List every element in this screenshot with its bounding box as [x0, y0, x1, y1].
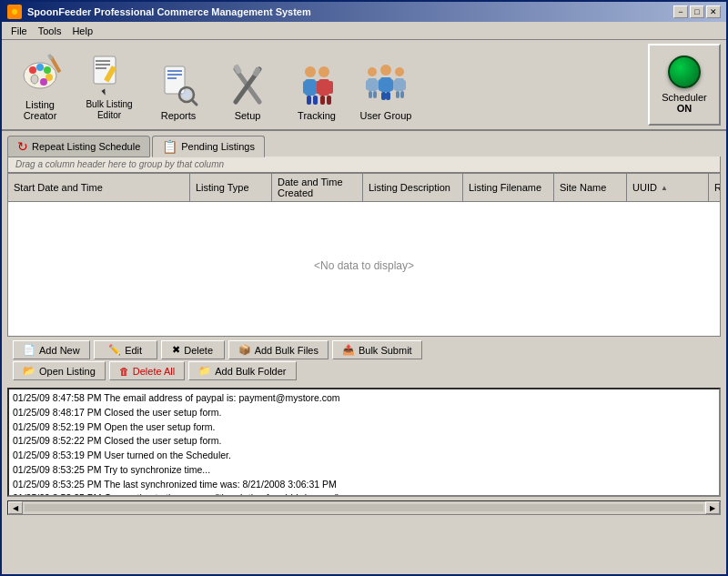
bulk-submit-icon: 📤: [342, 344, 355, 356]
tracking-label: Tracking: [298, 110, 336, 121]
setup-icon: [224, 61, 271, 108]
col-listing-file[interactable]: Listing Filename: [463, 174, 554, 201]
col-listing-desc[interactable]: Listing Description: [363, 174, 463, 201]
uuid-sort-icon: ▲: [661, 184, 668, 192]
svg-rect-18: [167, 70, 182, 72]
delete-all-button[interactable]: 🗑 Delete All: [109, 361, 185, 380]
minimize-button[interactable]: −: [673, 5, 688, 18]
tab-pending-listings[interactable]: 📋 Pending Listings: [152, 136, 265, 157]
col-uuid[interactable]: UUID ▲: [627, 174, 709, 201]
svg-rect-48: [379, 79, 383, 91]
listing-creator-button[interactable]: Listing Creator: [7, 44, 73, 126]
svg-rect-45: [373, 91, 377, 98]
add-bulk-files-button[interactable]: 📦 Add Bulk Files: [228, 340, 329, 359]
scrollbar-track[interactable]: [25, 504, 703, 511]
svg-point-4: [36, 64, 44, 71]
svg-point-34: [318, 66, 329, 77]
pending-listings-icon: 📋: [162, 139, 177, 154]
svg-rect-32: [307, 96, 311, 105]
log-line: 01/25/09 8:53:25 PM Try to synchronize t…: [13, 463, 715, 478]
user-group-button[interactable]: User Group: [353, 44, 419, 126]
log-area[interactable]: 01/25/09 8:47:58 PM The email address of…: [7, 388, 721, 497]
setup-button[interactable]: Setup: [215, 44, 280, 126]
add-bulk-folder-icon: 📁: [198, 365, 211, 377]
svg-rect-55: [402, 80, 406, 90]
svg-rect-13: [96, 64, 110, 66]
add-new-button[interactable]: 📄 Add New: [13, 340, 90, 359]
log-line: 01/25/09 8:52:22 PM Closed the user setu…: [13, 434, 715, 449]
log-line: 01/25/09 8:53:25 PM The last synchronize…: [13, 478, 715, 492]
open-listing-button[interactable]: 📂 Open Listing: [13, 361, 106, 380]
svg-rect-33: [313, 96, 318, 105]
col-site-name[interactable]: Site Name: [554, 174, 627, 201]
data-grid: Start Date and Time Listing Type Date an…: [7, 173, 721, 337]
no-data-message: <No data to display>: [8, 202, 720, 329]
col-listing-type[interactable]: Listing Type: [190, 174, 272, 201]
bulk-submit-button[interactable]: 📤 Bulk Submit: [332, 340, 422, 359]
window-title: SpoonFeeder Professional Commerce Manage…: [27, 6, 311, 17]
col-date-created[interactable]: Date and Time Created: [272, 174, 363, 201]
tab-pending-listings-label: Pending Listings: [181, 141, 255, 152]
col-retry-count[interactable]: Retry Count: [709, 174, 721, 201]
svg-rect-44: [369, 91, 372, 98]
menu-file[interactable]: File: [5, 25, 33, 37]
title-bar-left: SpoonFeeder Professional Commerce Manage…: [7, 5, 311, 19]
svg-point-3: [29, 66, 36, 74]
scheduler-indicator: [668, 56, 701, 88]
menu-help[interactable]: Help: [66, 25, 98, 37]
listing-creator-label: Listing Creator: [12, 99, 68, 121]
edit-button[interactable]: ✏️ Edit: [94, 340, 157, 359]
delete-button[interactable]: ✖ Delete: [161, 340, 225, 359]
open-listing-icon: 📂: [23, 365, 35, 377]
log-line: 01/25/09 8:48:17 PM Closed the user setu…: [13, 406, 715, 420]
edit-icon: ✏️: [108, 344, 121, 356]
svg-rect-51: [386, 92, 390, 100]
log-line: 01/25/09 8:52:19 PM Open the user setup …: [13, 420, 715, 435]
scroll-left-arrow[interactable]: ◀: [8, 501, 23, 514]
svg-rect-49: [389, 79, 393, 91]
log-line: 01/25/09 8:53:19 PM User turned on the S…: [13, 449, 715, 463]
horizontal-scrollbar[interactable]: ◀ ▶: [7, 500, 721, 515]
svg-line-22: [192, 100, 197, 105]
svg-point-7: [40, 78, 47, 86]
setup-label: Setup: [235, 110, 261, 121]
delete-icon: ✖: [172, 344, 180, 356]
svg-marker-16: [100, 88, 107, 96]
add-bulk-files-icon: 📦: [238, 344, 251, 356]
scheduler-label: Scheduler ON: [662, 92, 707, 114]
svg-rect-54: [393, 80, 397, 90]
scheduler-button[interactable]: Scheduler ON: [648, 44, 721, 126]
reports-icon: [155, 61, 202, 108]
svg-point-5: [44, 66, 51, 74]
svg-rect-14: [96, 67, 106, 69]
title-bar-buttons: − □ ✕: [673, 5, 721, 18]
tracking-button[interactable]: Tracking: [284, 44, 349, 126]
group-hint: Drag a column header here to group by th…: [7, 157, 721, 173]
title-bar: SpoonFeeder Professional Commerce Manage…: [2, 2, 726, 22]
svg-rect-39: [327, 96, 331, 105]
svg-point-8: [31, 75, 38, 84]
svg-point-52: [395, 67, 404, 76]
tab-bar: ↻ Repeat Listing Schedule 📋 Pending List…: [2, 131, 726, 157]
tab-repeat-listing[interactable]: ↻ Repeat Listing Schedule: [7, 136, 150, 157]
svg-rect-43: [375, 80, 379, 90]
add-new-icon: 📄: [23, 344, 35, 356]
svg-point-1: [12, 9, 17, 15]
svg-rect-12: [96, 60, 110, 62]
toolbar: Listing Creator Bulk Listing Editor: [2, 40, 726, 131]
main-window: SpoonFeeder Professional Commerce Manage…: [0, 0, 728, 576]
svg-rect-42: [366, 80, 369, 90]
scroll-right-arrow[interactable]: ▶: [705, 501, 720, 514]
menu-tools[interactable]: Tools: [33, 25, 67, 37]
bulk-listing-editor-button[interactable]: Bulk Listing Editor: [76, 44, 142, 126]
col-start-date[interactable]: Start Date and Time: [8, 174, 190, 201]
log-line: 01/25/09 8:53:25 PM Connecting to time s…: [13, 491, 715, 497]
user-group-icon: [362, 61, 410, 108]
reports-button[interactable]: Reports: [146, 44, 211, 126]
tracking-icon: [293, 61, 340, 108]
maximize-button[interactable]: □: [690, 5, 704, 18]
action-bar-row1: 📄 Add New ✏️ Edit ✖ Delete 📦 Add Bulk Fi…: [7, 337, 721, 359]
close-button[interactable]: ✕: [706, 5, 721, 18]
add-bulk-folder-button[interactable]: 📁 Add Bulk Folder: [188, 361, 296, 380]
svg-point-23: [182, 90, 191, 99]
